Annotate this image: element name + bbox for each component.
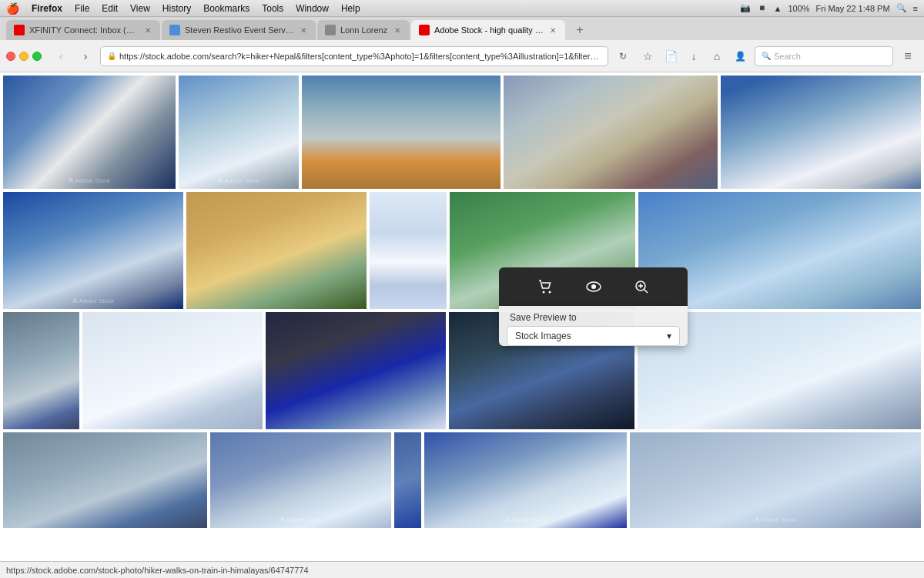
reload-button[interactable]: ↻: [613, 46, 633, 66]
select-value: Stock Images: [515, 331, 571, 341]
dropbox-icon: ◾: [757, 3, 768, 13]
apple-menu[interactable]: 🍎: [6, 2, 19, 15]
image-row-1: A Adobe Stock A Adobe Stock: [3, 76, 921, 189]
tab-favicon-steven: [169, 25, 180, 35]
image-cell[interactable]: [82, 312, 263, 429]
tab-bar: XFINITY Connect: Inbox (863) ✕ Steven Re…: [0, 17, 924, 40]
bookmark-star-button[interactable]: ☆: [638, 46, 658, 66]
add-to-cart-button[interactable]: [530, 274, 562, 300]
status-url: https://stock.adobe.com/stock-photo/hike…: [6, 566, 309, 575]
image-cell[interactable]: [394, 432, 421, 528]
watermark: A Adobe Stock: [755, 516, 796, 523]
image-cell[interactable]: A Adobe Stock: [3, 76, 176, 189]
chevron-down-icon: ▾: [667, 331, 671, 341]
zoom-button[interactable]: [625, 274, 658, 300]
camera-icon: 📷: [740, 3, 751, 13]
image-cell[interactable]: A Adobe Stock: [179, 76, 299, 189]
new-tab-button[interactable]: +: [570, 20, 590, 40]
tab-favicon-adobe: [419, 25, 430, 35]
svg-point-0: [542, 291, 544, 294]
window-close-button[interactable]: [6, 52, 15, 61]
watermark: A Adobe Stock: [505, 516, 547, 523]
hamburger-menu-button[interactable]: ≡: [898, 46, 918, 66]
notification-icon[interactable]: ≡: [913, 4, 918, 13]
image-grid: A Adobe Stock A Adobe Stock A Adobe Stoc…: [0, 72, 924, 528]
status-bar: https://stock.adobe.com/stock-photo/hike…: [0, 561, 924, 578]
svg-point-3: [591, 284, 596, 289]
tab-title-xfinity: XFINITY Connect: Inbox (863): [29, 25, 139, 35]
download-button[interactable]: ↓: [684, 46, 704, 66]
browser-chrome: XFINITY Connect: Inbox (863) ✕ Steven Re…: [0, 17, 924, 72]
tab-close-adobe[interactable]: ✕: [548, 25, 557, 36]
image-row-2: A Adobe Stock: [3, 192, 921, 309]
stock-images-select[interactable]: Stock Images ▾: [507, 326, 680, 346]
image-cell[interactable]: A Adobe Stock: [424, 432, 627, 528]
tab-adobe[interactable]: Adobe Stock - high quality r... ✕: [411, 20, 565, 40]
menu-bar: 🍎 Firefox File Edit View History Bookmar…: [0, 0, 924, 17]
menu-firefox[interactable]: Firefox: [32, 3, 62, 14]
search-bar[interactable]: 🔍 Search: [755, 46, 893, 66]
wifi-indicator: ▲: [774, 4, 782, 13]
traffic-lights: [6, 52, 42, 61]
menu-help[interactable]: Help: [341, 3, 360, 14]
home-button[interactable]: ⌂: [707, 46, 727, 66]
image-row-3: [3, 312, 921, 429]
image-cell[interactable]: [504, 76, 718, 189]
svg-point-1: [548, 291, 551, 294]
image-cell[interactable]: A Adobe Stock: [210, 432, 391, 528]
image-cell[interactable]: [266, 312, 446, 429]
datetime: Fri May 22 1:48 PM: [816, 4, 890, 13]
image-cell[interactable]: [3, 312, 79, 429]
window-minimize-button[interactable]: [19, 52, 28, 61]
tab-close-xfinity[interactable]: ✕: [143, 25, 152, 36]
image-cell[interactable]: [3, 432, 207, 528]
preview-button[interactable]: [578, 274, 610, 300]
nav-bar: ‹ › 🔒 https://stock.adobe.com/search?k=h…: [0, 40, 924, 72]
search-placeholder: Search: [774, 52, 801, 61]
window-maximize-button[interactable]: [32, 52, 42, 61]
menu-view[interactable]: View: [130, 3, 150, 14]
tab-steven[interactable]: Steven Restivo Event Servic... ✕: [162, 20, 316, 40]
url-text: https://stock.adobe.com/search?k=hiker+N…: [119, 52, 601, 61]
menu-edit[interactable]: Edit: [102, 3, 118, 14]
image-cell[interactable]: [186, 192, 367, 309]
tab-title-lonn: Lonn Lorenz: [340, 25, 388, 35]
image-cell[interactable]: A Adobe Stock: [630, 432, 921, 528]
image-cell[interactable]: A Adobe Stock: [3, 192, 183, 309]
tab-title-steven: Steven Restivo Event Servic...: [185, 25, 294, 35]
url-bar[interactable]: 🔒 https://stock.adobe.com/search?k=hiker…: [100, 46, 608, 66]
menu-tools[interactable]: Tools: [262, 3, 283, 14]
nav-icons: ☆ 📄 ↓ ⌂ 👤: [638, 46, 750, 66]
battery-indicator: 100%: [788, 4, 809, 13]
menu-history[interactable]: History: [162, 3, 191, 14]
image-cell[interactable]: [302, 76, 500, 189]
search-icon: 🔍: [762, 52, 771, 60]
tab-title-adobe: Adobe Stock - high quality r...: [434, 25, 544, 35]
menu-file[interactable]: File: [75, 3, 89, 14]
tab-favicon-xfinity: [14, 25, 25, 35]
tab-close-steven[interactable]: ✕: [299, 25, 308, 36]
menu-window[interactable]: Window: [296, 3, 329, 14]
tab-close-lonn[interactable]: ✕: [393, 25, 402, 36]
image-row-4: A Adobe Stock A Adobe Stock A Adobe Stoc…: [3, 432, 921, 528]
readonly-button[interactable]: 📄: [661, 46, 681, 66]
save-preview-label: Save Preview to: [499, 306, 688, 326]
tab-lonn[interactable]: Lonn Lorenz ✕: [317, 20, 410, 40]
menu-bookmarks[interactable]: Bookmarks: [203, 3, 249, 14]
context-menu-actions: [499, 267, 688, 306]
tab-favicon-lonn: [325, 25, 336, 35]
back-button[interactable]: ‹: [51, 46, 71, 66]
watermark: A Adobe Stock: [218, 176, 259, 184]
tab-xfinity[interactable]: XFINITY Connect: Inbox (863) ✕: [6, 20, 160, 40]
context-menu: Save Preview to Stock Images ▾: [499, 267, 688, 352]
lock-icon: 🔒: [107, 52, 116, 60]
content-area: A Adobe Stock A Adobe Stock A Adobe Stoc…: [0, 72, 924, 561]
share-button[interactable]: 👤: [730, 46, 750, 66]
spotlight-icon[interactable]: 🔍: [896, 3, 907, 13]
watermark: A Adobe Stock: [69, 176, 110, 184]
image-cell[interactable]: [721, 76, 921, 189]
watermark: A Adobe Stock: [280, 516, 322, 523]
forward-button[interactable]: ›: [75, 46, 95, 66]
image-cell[interactable]: [370, 192, 447, 309]
context-menu-dropdown: Save Preview to Stock Images ▾: [499, 306, 688, 346]
